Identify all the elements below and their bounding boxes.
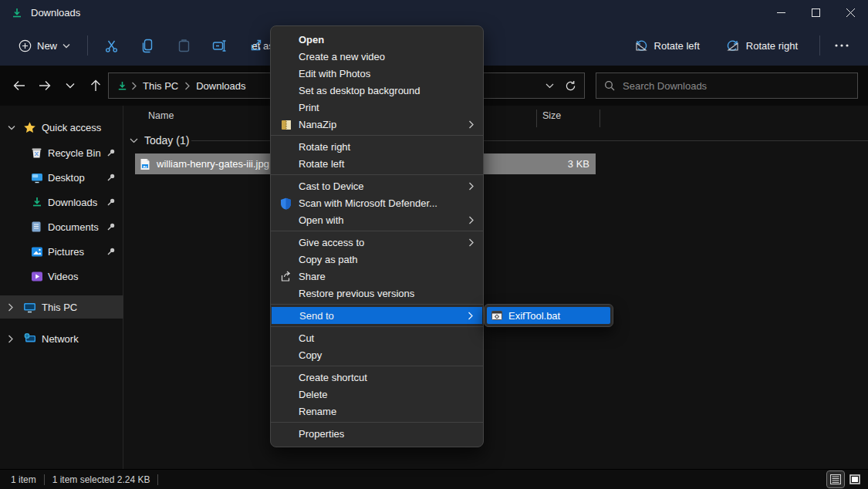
network-icon [23, 332, 37, 345]
batch-file-icon [491, 311, 502, 320]
menu-item-rotate-left[interactable]: Rotate left [271, 155, 483, 172]
pin-icon [106, 173, 116, 182]
menu-separator [271, 366, 483, 366]
sidebar-item-documents[interactable]: Documents [0, 215, 123, 238]
sidebar-item-this-pc[interactable]: This PC [0, 295, 123, 319]
chevron-down-icon[interactable] [8, 125, 17, 130]
back-button[interactable] [6, 73, 32, 99]
menu-item-edit-with-photos[interactable]: Edit with Photos [271, 65, 483, 82]
column-divider[interactable] [599, 110, 600, 127]
paste-button[interactable] [168, 32, 199, 59]
nanazip-icon [279, 118, 292, 131]
large-icons-view-button[interactable] [846, 471, 863, 487]
status-divider [44, 474, 45, 485]
sidebar-item-network[interactable]: Network [0, 327, 123, 350]
paste-icon [177, 39, 191, 53]
chevron-down-icon [130, 138, 138, 143]
videos-label: Videos [48, 271, 79, 282]
chevron-right-icon[interactable] [8, 335, 17, 343]
documents-label: Documents [48, 221, 99, 233]
recent-locations-button[interactable] [57, 73, 83, 99]
menu-item-send-to[interactable]: Send to [272, 307, 482, 324]
star-icon [23, 121, 37, 134]
maximize-button[interactable] [799, 0, 833, 25]
menu-item-copy[interactable]: Copy [271, 346, 483, 363]
copy-button[interactable] [132, 32, 163, 59]
menu-item-rename[interactable]: Rename [271, 403, 483, 420]
column-divider[interactable] [536, 110, 537, 127]
cut-button[interactable] [96, 32, 127, 59]
rotate-left-button[interactable]: Rotate left [627, 33, 708, 58]
address-dropdown-icon[interactable] [545, 83, 554, 89]
refresh-icon[interactable] [565, 80, 576, 92]
rotate-right-button[interactable]: Rotate right [718, 33, 806, 58]
submenu-arrow-icon [468, 182, 474, 191]
downloads-label: Downloads [48, 197, 97, 208]
menu-item-print[interactable]: Print [271, 99, 483, 116]
menu-item-rotate-right[interactable]: Rotate right [271, 138, 483, 155]
group-header-today[interactable]: Today (1) [130, 134, 189, 147]
up-button[interactable] [83, 73, 108, 99]
file-list-pane: Name Size Today (1) william-henry-gates-… [123, 106, 868, 469]
context-menu: Open Create a new video Edit with Photos… [270, 25, 484, 447]
menu-item-give-access-to[interactable]: Give access to [271, 234, 483, 251]
menu-item-properties[interactable]: Properties [271, 425, 483, 442]
menu-item-nanazip[interactable]: NanaZip [271, 116, 483, 133]
more-options-button[interactable] [826, 32, 857, 59]
ellipsis-icon [835, 44, 849, 47]
sidebar-item-recycle-bin[interactable]: Recycle Bin [0, 141, 123, 164]
minimize-button[interactable] [764, 0, 799, 25]
breadcrumb-this-pc[interactable]: This PC [140, 80, 181, 92]
status-bar: 1 item 1 item selected 2.24 KB [0, 469, 868, 489]
rotate-right-label: Rotate right [746, 40, 798, 52]
sidebar-item-downloads[interactable]: Downloads [0, 191, 123, 214]
pictures-label: Pictures [48, 246, 84, 258]
chevron-right-icon[interactable] [8, 303, 17, 312]
search-box[interactable] [596, 73, 858, 99]
this-pc-label: This PC [42, 302, 77, 313]
recycle-bin-icon [31, 147, 45, 159]
menu-item-delete[interactable]: Delete [271, 386, 483, 403]
file-size: 3 KB [568, 158, 596, 170]
menu-item-create-shortcut[interactable]: Create shortcut [271, 369, 483, 386]
sidebar-item-quick-access[interactable]: Quick access [0, 116, 123, 139]
status-divider [157, 474, 158, 485]
menu-item-set-as-desktop-background[interactable]: Set as desktop background [271, 82, 483, 99]
menu-item-create-a-new-video[interactable]: Create a new video [271, 48, 483, 65]
menu-item-restore-previous-versions[interactable]: Restore previous versions [271, 285, 483, 302]
sidebar-item-desktop[interactable]: Desktop [0, 166, 123, 189]
rename-button[interactable] [204, 32, 235, 59]
menu-separator [271, 422, 483, 423]
submenu-item-exiftool-bat[interactable]: ExifTool.bat [487, 307, 610, 324]
menu-item-share[interactable]: Share [271, 268, 483, 285]
sidebar-item-videos[interactable]: Videos [0, 265, 123, 288]
menu-item-open[interactable]: Open [271, 31, 483, 48]
menu-item-scan-with-microsoft-defender[interactable]: Scan with Microsoft Defender... [271, 194, 483, 211]
new-button[interactable]: New [11, 34, 78, 58]
defender-shield-icon [279, 197, 292, 210]
downloads-folder-icon [117, 80, 128, 92]
network-label: Network [42, 333, 79, 345]
details-view-button[interactable] [827, 471, 844, 487]
menu-item-cut[interactable]: Cut [271, 329, 483, 346]
cut-icon [104, 39, 119, 53]
file-name: william-henry-gates-iii.jpg [157, 158, 269, 170]
navigation-pane: Quick access Recycle Bin Desktop Downloa… [0, 106, 123, 469]
forward-button[interactable] [32, 73, 57, 99]
menu-item-open-with[interactable]: Open with [271, 211, 483, 228]
menu-item-copy-as-path[interactable]: Copy as path [271, 251, 483, 268]
menu-separator [271, 174, 483, 175]
submenu-arrow-icon [468, 216, 474, 224]
breadcrumb-downloads[interactable]: Downloads [193, 80, 248, 92]
quick-access-label: Quick access [42, 122, 101, 133]
rotate-left-label: Rotate left [654, 40, 700, 52]
menu-item-cast-to-device[interactable]: Cast to Device [271, 177, 483, 194]
column-header-size[interactable]: Size [542, 110, 561, 121]
copy-icon [140, 39, 154, 53]
close-button[interactable] [833, 0, 868, 25]
sidebar-item-pictures[interactable]: Pictures [0, 240, 123, 263]
column-header-name[interactable]: Name [148, 110, 174, 121]
desktop-icon [31, 172, 45, 184]
search-input[interactable] [623, 80, 849, 92]
file-explorer-window: Downloads New [0, 0, 868, 489]
